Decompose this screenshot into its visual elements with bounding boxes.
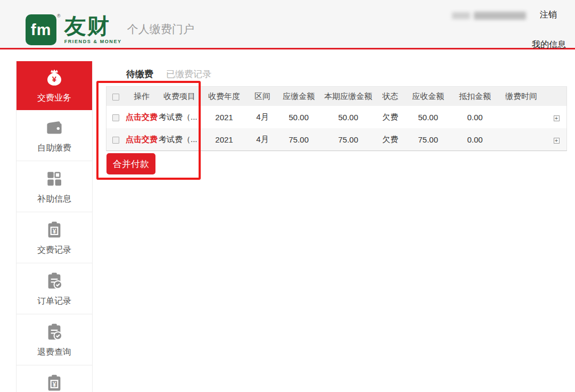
col-header: 缴费时间 [498, 91, 544, 102]
clipboard-yuan-icon: ¥ [44, 373, 64, 392]
charge-item: 考试费（... [159, 135, 200, 145]
svg-text:¥: ¥ [53, 227, 56, 235]
status: 欠费 [376, 135, 405, 145]
my-info-link[interactable]: 我的信息 [532, 39, 566, 51]
charge-period: 4月 [248, 135, 277, 145]
select-all-checkbox[interactable] [112, 94, 119, 101]
sidebar-item-order-records[interactable]: 订单记录 [17, 263, 92, 314]
col-header: 收费项目 [159, 91, 200, 102]
sidebar-item-label: 补助信息 [37, 194, 71, 205]
wallet-icon [44, 118, 64, 138]
sidebar-nav: ¥ 交费业务 自助缴费 补助信息 ¥ 交费记录 [16, 61, 93, 392]
sidebar-item-label: 交费业务 [37, 93, 71, 104]
table-row: 点击交费 考试费（... 2021 4月 50.00 50.00 欠费 50.0… [106, 106, 566, 128]
logout-link[interactable]: 注销 [540, 10, 557, 21]
status: 欠费 [376, 112, 405, 122]
col-header: 抵扣金额 [451, 91, 498, 102]
table-header-row: 操作 收费项目 收费年度 区间 应缴金额 本期应缴金额 状态 应收金额 抵扣金额… [106, 87, 566, 106]
clipboard-yuan-icon: ¥ [44, 220, 64, 240]
current-amount-due: 50.00 [321, 113, 376, 122]
charge-year: 2021 [200, 113, 248, 122]
receivable-amount: 75.00 [405, 135, 451, 144]
receivable-amount: 50.00 [405, 113, 451, 122]
table-row: 点击交费 考试费（... 2021 4月 75.00 75.00 欠费 75.0… [106, 128, 566, 151]
current-amount-due: 75.00 [321, 135, 376, 144]
deduction-amount: 0.00 [451, 113, 498, 122]
clipboard-check-icon [44, 271, 64, 291]
content-tabs: 待缴费 已缴费记录 [126, 68, 211, 80]
sidebar-item-partial[interactable]: ¥ [17, 365, 92, 392]
sidebar-item-payment-records[interactable]: ¥ 交费记录 [17, 212, 92, 263]
brand-text: 友财 FRIENDS & MONEY [64, 14, 122, 44]
fm-logo-badge: fm [26, 14, 56, 45]
expand-row-icon[interactable] [554, 138, 560, 144]
tab-paid-records[interactable]: 已缴费记录 [166, 68, 211, 80]
col-header: 应缴金额 [277, 91, 321, 102]
pending-payments-table: 操作 收费项目 收费年度 区间 应缴金额 本期应缴金额 状态 应收金额 抵扣金额… [106, 86, 567, 151]
merge-pay-button[interactable]: 合并付款 [106, 153, 155, 174]
row-checkbox[interactable] [112, 137, 119, 144]
col-header: 操作 [125, 91, 159, 102]
col-header: 区间 [248, 91, 277, 102]
deduction-amount: 0.00 [451, 135, 498, 144]
brand-logo: fm ® 友财 FRIENDS & MONEY 个人缴费门户 [26, 14, 194, 45]
col-header: 收费年度 [200, 91, 248, 102]
charge-year: 2021 [200, 135, 248, 144]
charge-item: 考试费（... [159, 112, 200, 122]
pay-now-link[interactable]: 点击交费 [125, 135, 159, 145]
sidebar-item-self-service-payment[interactable]: 自助缴费 [17, 110, 92, 161]
amount-due: 50.00 [277, 113, 321, 122]
grid-squares-icon [44, 169, 64, 189]
brand-tagline: FRIENDS & MONEY [64, 39, 122, 44]
svg-text:¥: ¥ [52, 74, 57, 84]
money-bag-yuan-icon: ¥ [44, 68, 64, 88]
registered-trademark: ® [57, 13, 61, 19]
sidebar-item-label: 自助缴费 [37, 143, 71, 154]
sidebar-item-refund-inquiry[interactable]: 退费查询 [17, 314, 92, 365]
sidebar-item-label: 订单记录 [37, 296, 71, 307]
blurred-username [452, 12, 526, 20]
svg-text:¥: ¥ [53, 381, 56, 388]
sidebar-item-payment-business[interactable]: ¥ 交费业务 [17, 61, 92, 110]
col-header: 状态 [376, 91, 405, 102]
pay-now-link[interactable]: 点击交费 [125, 112, 159, 122]
row-checkbox[interactable] [112, 114, 119, 121]
sidebar-item-subsidy-info[interactable]: 补助信息 [17, 161, 92, 212]
col-header: 应收金额 [405, 91, 451, 102]
app-header: fm ® 友财 FRIENDS & MONEY 个人缴费门户 注销 我的信息 [0, 0, 575, 49]
sidebar-item-label: 退费查询 [37, 347, 71, 358]
portal-title: 个人缴费门户 [127, 22, 194, 37]
brand-name: 友财 [64, 14, 122, 38]
charge-period: 4月 [248, 112, 277, 122]
col-header: 本期应缴金额 [321, 91, 376, 102]
expand-row-icon[interactable] [554, 115, 560, 121]
sidebar-item-label: 交费记录 [37, 245, 71, 256]
amount-due: 75.00 [277, 135, 321, 144]
tab-pending-payments[interactable]: 待缴费 [126, 68, 153, 80]
clipboard-check-icon [44, 322, 64, 342]
